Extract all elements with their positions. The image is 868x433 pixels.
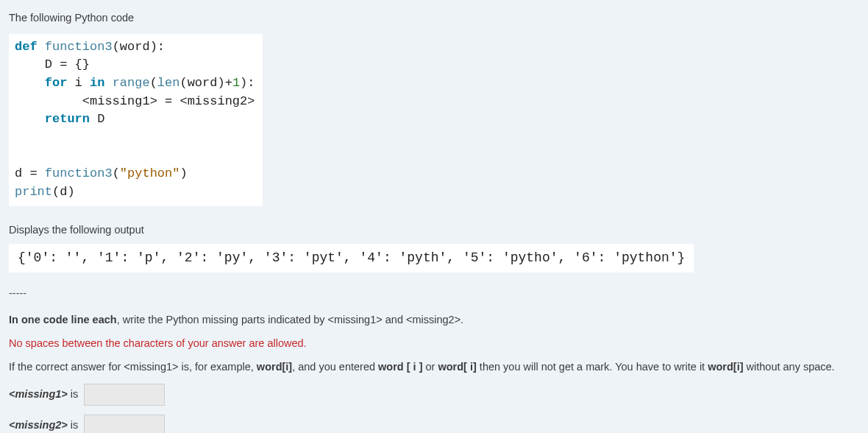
output-block: {'0': '', '1': 'p', '2': 'py', '3': 'pyt…: [9, 244, 694, 272]
kw-def: def: [15, 40, 38, 54]
code-l4: <missing1> = <missing2>: [15, 94, 255, 108]
instr3-d: word [ i ]: [378, 361, 422, 373]
answer1-label-wrap: <missing1> is: [9, 387, 78, 403]
instr3-f: word[ i]: [438, 361, 476, 373]
instr3-g: then you will not get a mark. You have t…: [477, 361, 708, 373]
fn-len: len: [157, 76, 180, 90]
instruction-2: No spaces between the characters of your…: [9, 336, 859, 352]
answer2-label-wrap: <missing2> is: [9, 418, 78, 433]
code-paren: (word):: [113, 40, 165, 54]
fn-call: function3: [45, 166, 113, 180]
instr3-b: word[i]: [257, 361, 292, 373]
divider-dashes: -----: [9, 286, 859, 302]
instr3-h: word[i]: [708, 361, 743, 373]
kw-return: return: [45, 112, 90, 126]
answer2-label: <missing2>: [9, 419, 68, 431]
fn-name: function3: [45, 40, 113, 54]
answer1-label: <missing1>: [9, 388, 68, 400]
instr1-bold: In one code line each: [9, 314, 117, 325]
code-paren-open: (: [113, 166, 120, 180]
kw-for: for: [45, 76, 68, 90]
fn-print: print: [15, 185, 52, 199]
code-p1: (: [150, 76, 157, 90]
instr1-rest: , write the Python missing parts indicat…: [117, 314, 464, 325]
code-block: def function3(word): D = {} for i in ran…: [9, 34, 263, 206]
instruction-3: If the correct answer for <missing1> is,…: [9, 359, 859, 376]
kw-in: in: [90, 76, 104, 90]
num-1: 1: [232, 76, 240, 90]
code-p2: (word)+: [179, 76, 232, 90]
answer2-suffix: is: [68, 419, 79, 431]
code-print-rest: (d): [52, 185, 75, 199]
answer-row-1: <missing1> is: [9, 384, 859, 406]
answer1-suffix: is: [68, 388, 79, 400]
instr3-i: without any space.: [744, 361, 835, 373]
code-paren-close: ): [179, 166, 187, 180]
instr3-e: or: [423, 361, 438, 373]
code-return-rest: D: [90, 112, 104, 126]
instruction-1: In one code line each, write the Python …: [9, 312, 859, 328]
code-l2: D = {}: [15, 57, 90, 71]
code-p3: ):: [240, 76, 255, 90]
instr3-a: If the correct answer for <missing1> is,…: [9, 361, 257, 373]
missing1-input[interactable]: [84, 384, 165, 406]
missing2-input[interactable]: [84, 415, 165, 433]
answer-row-2: <missing2> is: [9, 415, 859, 433]
intro-text: The following Python code: [9, 10, 859, 27]
code-assign: d =: [15, 166, 45, 180]
fn-range: range: [104, 76, 149, 90]
instr3-c: , and you entered: [292, 361, 378, 373]
code-var-i: i: [67, 76, 90, 90]
str-python: "python": [120, 166, 180, 180]
output-heading: Displays the following output: [9, 222, 859, 239]
